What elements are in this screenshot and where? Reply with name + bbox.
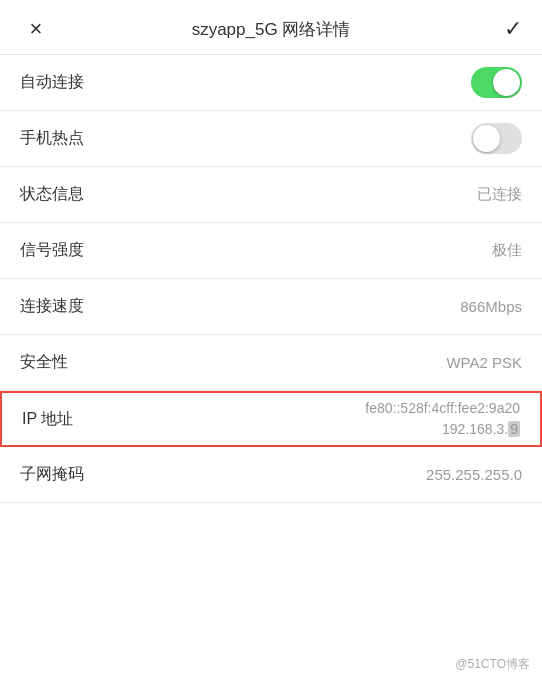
- subnet-label: 子网掩码: [20, 464, 84, 485]
- subnet-item: 子网掩码 255.255.255.0: [0, 447, 542, 503]
- status-label: 状态信息: [20, 184, 84, 205]
- ip-v6: fe80::528f:4cff:fee2:9a20: [365, 398, 520, 419]
- auto-connect-toggle[interactable]: [471, 67, 522, 98]
- watermark: @51CTO博客: [455, 656, 530, 673]
- toggle-track: [471, 67, 522, 98]
- hotspot-item: 手机热点: [0, 111, 542, 167]
- signal-label: 信号强度: [20, 240, 84, 261]
- status-value: 已连接: [477, 185, 522, 204]
- status-item: 状态信息 已连接: [0, 167, 542, 223]
- confirm-icon[interactable]: ✓: [490, 16, 522, 42]
- signal-value: 极佳: [492, 241, 522, 260]
- signal-item: 信号强度 极佳: [0, 223, 542, 279]
- security-label: 安全性: [20, 352, 68, 373]
- app-container: × szyapp_5G 网络详情 ✓ 自动连接 手机热点 状态信息: [0, 0, 542, 681]
- toggle-knob: [493, 69, 520, 96]
- auto-connect-label: 自动连接: [20, 72, 84, 93]
- header: × szyapp_5G 网络详情 ✓: [0, 0, 542, 55]
- speed-value: 866Mbps: [460, 298, 522, 315]
- close-icon[interactable]: ×: [20, 16, 52, 42]
- hotspot-label: 手机热点: [20, 128, 84, 149]
- ip-address-label: IP 地址: [22, 409, 73, 430]
- security-value: WPA2 PSK: [446, 354, 522, 371]
- ip-address-item: IP 地址 fe80::528f:4cff:fee2:9a20 192.168.…: [0, 391, 542, 447]
- auto-connect-item: 自动连接: [0, 55, 542, 111]
- ip-v4: 192.168.3.9: [365, 419, 520, 440]
- hotspot-toggle[interactable]: [471, 123, 522, 154]
- page-title: szyapp_5G 网络详情: [52, 18, 490, 41]
- ip-address-value: fe80::528f:4cff:fee2:9a20 192.168.3.9: [365, 398, 520, 440]
- security-item: 安全性 WPA2 PSK: [0, 335, 542, 391]
- toggle-track: [471, 123, 522, 154]
- settings-list: 自动连接 手机热点 状态信息 已连接 信号强度 极佳: [0, 55, 542, 503]
- speed-label: 连接速度: [20, 296, 84, 317]
- speed-item: 连接速度 866Mbps: [0, 279, 542, 335]
- toggle-knob: [473, 125, 500, 152]
- subnet-value: 255.255.255.0: [426, 466, 522, 483]
